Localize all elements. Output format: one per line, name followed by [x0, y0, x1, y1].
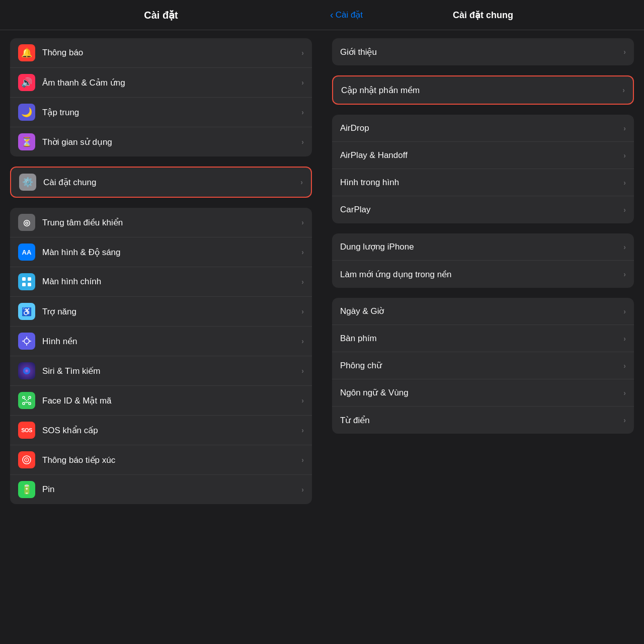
man-hinh-chinh-icon: [18, 273, 35, 290]
chevron-icon: ›: [623, 307, 626, 315]
svg-rect-10: [23, 396, 25, 398]
right-item-ngay-gio[interactable]: Ngày & Giờ ›: [332, 298, 634, 325]
right-item-ban-phim[interactable]: Bàn phím ›: [332, 325, 634, 352]
sidebar-item-tap-trung[interactable]: 🌙 Tập trung ›: [10, 98, 312, 127]
chevron-icon: ›: [301, 486, 304, 494]
ngay-gio-label: Ngày & Giờ: [340, 306, 623, 316]
ban-phim-label: Bàn phím: [340, 334, 623, 344]
right-item-hinh-trong-hinh[interactable]: Hình trong hình ›: [332, 169, 634, 196]
chevron-icon: ›: [301, 307, 304, 315]
sidebar-item-thoi-gian[interactable]: ⏳ Thời gian sử dụng ›: [10, 127, 312, 156]
lam-moi-label: Làm mới ứng dụng trong nền: [340, 269, 623, 280]
svg-rect-13: [29, 403, 31, 405]
sidebar-item-pin[interactable]: 🔋 Pin ›: [10, 475, 312, 504]
chevron-icon: ›: [301, 278, 304, 286]
gioi-thieu-label: Giới thiệu: [340, 47, 623, 57]
right-settings-list: Giới thiệu › Cập nhật phần mềm › AirDrop…: [322, 30, 644, 452]
right-header: ‹ Cài đặt Cài đặt chung: [322, 0, 644, 30]
left-group-2-highlighted: ⚙️ Cài đặt chung ›: [10, 167, 312, 198]
right-item-cap-nhat[interactable]: Cập nhật phần mềm ›: [333, 76, 633, 104]
right-item-dung-luong[interactable]: Dung lượng iPhone ›: [332, 233, 634, 261]
sidebar-item-sos[interactable]: SOS SOS khẩn cấp ›: [10, 416, 312, 445]
siri-label: Siri & Tìm kiếm: [42, 366, 301, 376]
chevron-icon: ›: [623, 151, 626, 159]
sidebar-item-tro-nang[interactable]: ♿ Trợ năng ›: [10, 297, 312, 327]
sidebar-item-thong-bao[interactable]: 🔔 Thông báo ›: [10, 38, 312, 68]
svg-rect-12: [23, 403, 25, 405]
chevron-icon: ›: [301, 108, 304, 116]
sidebar-item-siri[interactable]: Siri & Tìm kiếm ›: [10, 356, 312, 386]
sidebar-item-trung-tam[interactable]: ◎ Trung tâm điều khiển ›: [10, 208, 312, 237]
thong-bao-tiep-xuc-label: Thông báo tiếp xúc: [42, 455, 301, 465]
face-id-icon: [18, 392, 35, 409]
right-item-lam-moi[interactable]: Làm mới ứng dụng trong nền ›: [332, 261, 634, 288]
man-hinh-chinh-label: Màn hình chính: [42, 277, 301, 287]
cap-nhat-label: Cập nhật phần mềm: [341, 85, 622, 96]
right-group-4: Dung lượng iPhone › Làm mới ứng dụng tro…: [332, 233, 634, 288]
right-item-airplay-handoff[interactable]: AirPlay & Handoff ›: [332, 142, 634, 169]
right-item-airdrop[interactable]: AirDrop ›: [332, 115, 634, 142]
carplay-label: CarPlay: [340, 205, 623, 215]
cai-dat-chung-icon: ⚙️: [19, 174, 36, 191]
thoi-gian-label: Thời gian sử dụng: [42, 137, 301, 147]
sidebar-item-thong-bao-tiep-xuc[interactable]: Thông báo tiếp xúc ›: [10, 445, 312, 475]
trung-tam-label: Trung tâm điều khiển: [42, 217, 301, 228]
back-button[interactable]: ‹ Cài đặt: [330, 9, 363, 21]
right-item-tu-dien[interactable]: Từ điển ›: [332, 407, 634, 434]
sidebar-item-face-id[interactable]: Face ID & Mật mã ›: [10, 386, 312, 416]
right-item-carplay[interactable]: CarPlay ›: [332, 196, 634, 223]
svg-point-19: [26, 459, 27, 460]
left-settings-list: 🔔 Thông báo › 🔊 Âm thanh & Cảm ứng › 🌙 T…: [0, 30, 322, 522]
chevron-icon: ›: [623, 270, 626, 278]
svg-point-15: [28, 399, 29, 400]
sidebar-item-hinh-nen[interactable]: Hình nền ›: [10, 327, 312, 356]
svg-rect-11: [29, 396, 31, 398]
chevron-icon: ›: [301, 396, 304, 405]
right-item-gioi-thieu[interactable]: Giới thiệu ›: [332, 38, 634, 65]
chevron-icon: ›: [301, 78, 304, 87]
sidebar-item-am-thanh[interactable]: 🔊 Âm thanh & Cảm ứng ›: [10, 68, 312, 98]
chevron-icon: ›: [623, 243, 626, 251]
back-label: Cài đặt: [336, 10, 363, 20]
chevron-icon: ›: [301, 248, 304, 256]
ngon-ngu-vung-label: Ngôn ngữ & Vùng: [340, 387, 623, 398]
man-hinh-icon: AA: [18, 244, 35, 261]
am-thanh-label: Âm thanh & Cảm ứng: [42, 77, 301, 88]
sidebar-item-cai-dat-chung[interactable]: ⚙️ Cài đặt chung ›: [11, 168, 311, 197]
chevron-icon: ›: [623, 389, 626, 397]
svg-point-9: [23, 367, 30, 374]
trung-tam-icon: ◎: [18, 214, 35, 231]
thoi-gian-icon: ⏳: [18, 133, 35, 150]
airdrop-label: AirDrop: [340, 123, 623, 133]
pin-icon: 🔋: [18, 481, 35, 498]
chevron-icon: ›: [301, 337, 304, 345]
chevron-icon: ›: [623, 416, 626, 424]
sos-label: SOS khẩn cấp: [42, 425, 301, 436]
right-panel: ‹ Cài đặt Cài đặt chung Giới thiệu › Cập…: [322, 0, 644, 644]
left-group-3: ◎ Trung tâm điều khiển › AA Màn hình & Đ…: [10, 208, 312, 504]
sidebar-item-man-hinh-chinh[interactable]: Màn hình chính ›: [10, 267, 312, 297]
chevron-icon: ›: [301, 218, 304, 226]
right-group-1: Giới thiệu ›: [332, 38, 634, 65]
chevron-icon: ›: [622, 86, 625, 94]
sidebar-item-man-hinh-do-sang[interactable]: AA Màn hình & Độ sáng ›: [10, 237, 312, 267]
right-group-2-highlighted: Cập nhật phần mềm ›: [332, 75, 634, 105]
hinh-nen-icon: [18, 333, 35, 350]
svg-rect-3: [28, 283, 31, 286]
chevron-icon: ›: [623, 179, 626, 187]
left-group-1: 🔔 Thông báo › 🔊 Âm thanh & Cảm ứng › 🌙 T…: [10, 38, 312, 156]
right-group-5: Ngày & Giờ › Bàn phím › Phông chữ › Ngôn…: [332, 298, 634, 434]
chevron-icon: ›: [301, 426, 304, 434]
right-item-ngon-ngu-vung[interactable]: Ngôn ngữ & Vùng ›: [332, 379, 634, 407]
right-item-phong-chu[interactable]: Phông chữ ›: [332, 352, 634, 379]
right-group-3: AirDrop › AirPlay & Handoff › Hình trong…: [332, 115, 634, 223]
chevron-icon: ›: [623, 124, 626, 132]
sos-icon: SOS: [18, 422, 35, 439]
thong-bao-icon: 🔔: [18, 44, 35, 61]
face-id-label: Face ID & Mật mã: [42, 395, 301, 406]
pin-label: Pin: [42, 485, 301, 495]
chevron-icon: ›: [623, 362, 626, 370]
chevron-icon: ›: [301, 49, 304, 57]
tap-trung-label: Tập trung: [42, 107, 301, 118]
tro-nang-icon: ♿: [18, 303, 35, 320]
